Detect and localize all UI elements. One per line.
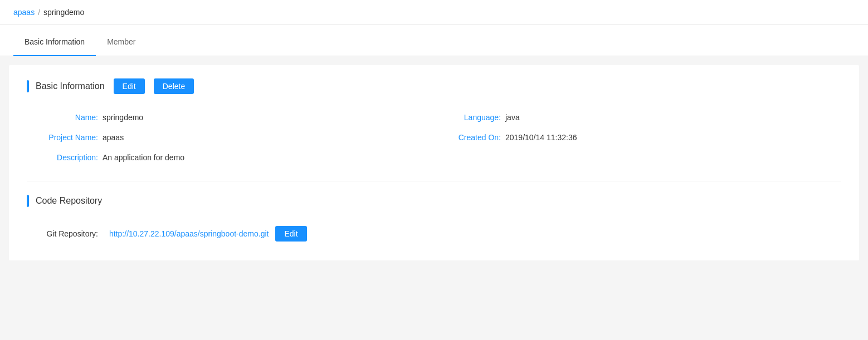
delete-basic-info-button[interactable]: Delete <box>154 78 194 94</box>
created-on-row: Created On: 2019/10/14 11:32:36 <box>438 127 841 147</box>
description-label: Description: <box>36 153 103 162</box>
basic-info-title-bar: Basic Information <box>27 80 105 92</box>
basic-info-grid: Name: springdemo Project Name: apaas Des… <box>36 107 841 167</box>
tab-basic-information[interactable]: Basic Information <box>13 28 96 56</box>
description-row: Description: An application for demo <box>36 147 438 167</box>
code-repo-bar-indicator <box>27 195 29 207</box>
language-value: java <box>505 113 520 122</box>
git-url-link[interactable]: http://10.27.22.109/apaas/springboot-dem… <box>109 229 269 238</box>
git-repo-row: Git Repository: http://10.27.22.109/apaa… <box>36 220 841 247</box>
name-value: springdemo <box>103 113 143 122</box>
name-label: Name: <box>36 113 103 122</box>
code-repo-section-title: Code Repository <box>36 196 102 206</box>
basic-info-header: Basic Information Edit Delete <box>27 78 841 94</box>
language-label: Language: <box>438 113 505 122</box>
created-on-value: 2019/10/14 11:32:36 <box>505 133 577 142</box>
code-repo-title-bar: Code Repository <box>27 195 102 207</box>
breadcrumb-link-apaas[interactable]: apaas <box>13 8 35 17</box>
created-on-label: Created On: <box>438 133 505 142</box>
git-label: Git Repository: <box>36 229 103 238</box>
project-name-label: Project Name: <box>36 133 103 142</box>
code-repo-header: Code Repository <box>27 195 841 207</box>
project-name-value: apaas <box>103 133 124 142</box>
section-divider <box>27 181 841 181</box>
section-bar-indicator <box>27 80 29 92</box>
breadcrumb-bar: apaas / springdemo <box>0 0 868 25</box>
breadcrumb-separator: / <box>38 8 40 17</box>
edit-basic-info-button[interactable]: Edit <box>114 78 145 94</box>
edit-git-repo-button[interactable]: Edit <box>275 226 306 242</box>
project-name-row: Project Name: apaas <box>36 127 438 147</box>
tab-bar: Basic Information Member <box>0 25 868 56</box>
content-area: Basic Information Edit Delete Name: spri… <box>9 65 859 260</box>
tab-member[interactable]: Member <box>96 28 147 56</box>
basic-info-section-title: Basic Information <box>36 81 105 91</box>
description-value: An application for demo <box>103 153 184 162</box>
name-row: Name: springdemo <box>36 107 438 127</box>
language-row: Language: java <box>438 107 841 127</box>
breadcrumb-current: springdemo <box>43 8 84 17</box>
